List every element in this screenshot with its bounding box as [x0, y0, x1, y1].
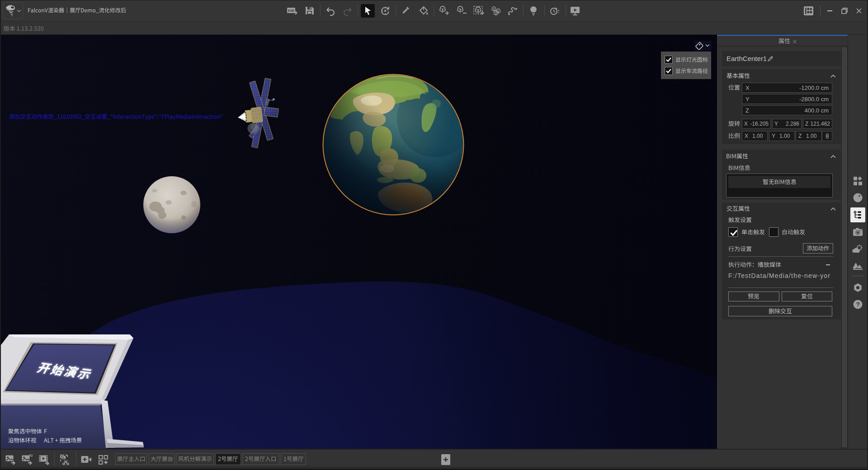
svg-text:?: ?: [856, 301, 859, 308]
svg-text:AI: AI: [28, 453, 33, 458]
svg-text:EXE: EXE: [288, 9, 294, 12]
